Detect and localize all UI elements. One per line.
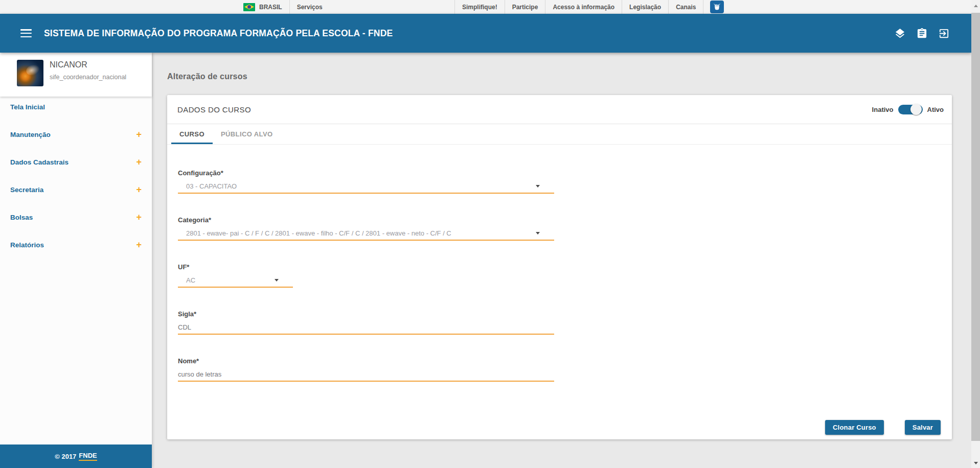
field-label: Nome*	[178, 357, 554, 365]
gov-link-label: Simplifique!	[462, 4, 497, 11]
field-label: Sigla*	[178, 310, 554, 318]
categoria-select[interactable]: 2801 - ewave- pai - C / F / C / 2801 - e…	[178, 229, 554, 241]
expand-plus-icon[interactable]: +	[136, 214, 142, 221]
field-label: Categoria*	[178, 216, 554, 224]
page-title: Alteração de cursos	[167, 72, 247, 81]
gov-bar-left-group: BRASIL Serviços	[236, 0, 330, 14]
app-title: SISTEMA DE INFORMAÇÃO DO PROGRAMA FORMAÇ…	[44, 28, 393, 39]
select-value: AC	[186, 276, 195, 284]
sigla-input[interactable]: CDL	[178, 323, 554, 335]
field-sigla: Sigla* CDL	[178, 310, 554, 335]
sidebar-item-dados-cadastrais[interactable]: Dados Cadastrais +	[0, 152, 152, 179]
field-nome: Nome* curso de letras	[178, 357, 554, 382]
gov-link-label: Serviços	[297, 4, 323, 11]
configuracao-select[interactable]: 03 - CAPACITAO	[178, 182, 554, 194]
sidebar-item-bolsas[interactable]: Bolsas +	[0, 207, 152, 235]
dropdown-arrow-icon[interactable]	[536, 232, 540, 235]
field-label: Configuração*	[178, 169, 554, 177]
gov-link-label: Acesso à informação	[553, 4, 614, 11]
divider	[703, 0, 703, 14]
gov-link-servicos[interactable]: Serviços	[290, 0, 330, 14]
gov-top-bar: BRASIL Serviços Simplifique! Participe A…	[0, 0, 971, 14]
expand-plus-icon[interactable]: +	[136, 186, 142, 193]
gov-link-legislacao[interactable]: Legislação	[622, 0, 668, 14]
toggle-active-label: Ativo	[927, 106, 944, 113]
sidebar-item-relatorios[interactable]: Relatórios +	[0, 235, 152, 262]
sidebar-item-label: Secretaria	[10, 186, 43, 194]
gov-bar-right-group: Simplifique! Participe Acesso à informaç…	[454, 0, 724, 14]
app-window: BRASIL Serviços Simplifique! Participe A…	[0, 0, 980, 468]
dropdown-arrow-icon[interactable]	[536, 185, 540, 188]
field-categoria: Categoria* 2801 - ewave- pai - C / F / C…	[178, 216, 554, 241]
expand-plus-icon[interactable]: +	[136, 131, 142, 138]
sidebar-item-label: Dados Cadastrais	[10, 158, 69, 166]
status-toggle-group: Inativo Ativo	[872, 105, 944, 114]
input-value: curso de letras	[178, 370, 221, 378]
tab-publico-alvo[interactable]: PÚBLICO ALVO	[213, 124, 281, 144]
card-tabs: CURSO PÚBLICO ALVO	[167, 124, 952, 145]
sidebar-item-label: Relatórios	[10, 241, 44, 249]
user-role: sife_coordenador_nacional	[50, 74, 126, 81]
gov-link-simplifique[interactable]: Simplifique!	[455, 0, 505, 14]
scrollbar-thumb[interactable]	[971, 13, 980, 441]
card-header: DADOS DO CURSO Inativo Ativo	[167, 95, 952, 124]
gov-link-label: Participe	[512, 4, 538, 11]
sidebar-item-tela-inicial[interactable]: Tela Inicial	[0, 97, 152, 124]
gov-link-canais[interactable]: Canais	[669, 0, 703, 14]
field-configuracao: Configuração* 03 - CAPACITAO	[178, 169, 554, 194]
gov-link-participe[interactable]: Participe	[505, 0, 545, 14]
gov-brand-label: BRASIL	[259, 4, 282, 11]
expand-plus-icon[interactable]: +	[136, 241, 142, 248]
select-value: 2801 - ewave- pai - C / F / C / 2801 - e…	[186, 229, 451, 237]
nome-input[interactable]: curso de letras	[178, 370, 554, 382]
save-button[interactable]: Salvar	[905, 420, 941, 435]
sidebar-item-manutencao[interactable]: Manutenção +	[0, 124, 152, 152]
sidebar-item-secretaria[interactable]: Secretaria +	[0, 179, 152, 207]
sidebar-item-label: Tela Inicial	[10, 103, 45, 111]
field-uf: UF* AC	[178, 263, 293, 288]
scroll-up-arrow-icon[interactable]	[974, 5, 978, 7]
vertical-scrollbar[interactable]	[971, 0, 980, 468]
expand-plus-icon[interactable]: +	[136, 158, 142, 166]
user-name: NICANOR	[50, 60, 87, 69]
brazil-flag-icon	[243, 3, 255, 11]
copyright-text: © 2017	[55, 453, 76, 460]
menu-hamburger-icon[interactable]	[20, 29, 32, 37]
field-label: UF*	[178, 263, 293, 271]
select-value: 03 - CAPACITAO	[186, 182, 237, 190]
tab-label: CURSO	[179, 130, 204, 138]
fnde-link[interactable]: FNDE	[79, 452, 97, 461]
card-actions: Clonar Curso Salvar	[825, 420, 941, 435]
gov-link-label: Legislação	[629, 4, 661, 11]
sidebar: NICANOR sife_coordenador_nacional Tela I…	[0, 53, 152, 468]
tab-label: PÚBLICO ALVO	[221, 130, 273, 138]
gov-brand-brasil[interactable]: BRASIL	[236, 0, 289, 14]
scroll-down-arrow-icon[interactable]	[974, 462, 978, 464]
header-actions	[894, 28, 950, 39]
sidebar-item-label: Manutenção	[10, 131, 51, 138]
layers-icon[interactable]	[894, 28, 906, 39]
gov-link-acesso-informacao[interactable]: Acesso à informação	[545, 0, 622, 14]
tab-curso[interactable]: CURSO	[171, 124, 213, 144]
toggle-inactive-label: Inativo	[872, 106, 894, 113]
user-avatar[interactable]	[17, 60, 43, 86]
sidebar-menu: Tela Inicial Manutenção + Dados Cadastra…	[0, 97, 152, 262]
toggle-knob[interactable]	[910, 104, 922, 115]
uf-select[interactable]: AC	[178, 276, 293, 288]
clipboard-icon[interactable]	[916, 28, 928, 39]
input-value: CDL	[178, 323, 191, 331]
app-header: SISTEMA DE INFORMAÇÃO DO PROGRAMA FORMAÇ…	[0, 14, 971, 53]
card-title: DADOS DO CURSO	[177, 105, 251, 114]
status-toggle[interactable]	[898, 105, 923, 114]
sidebar-footer: © 2017 FNDE	[0, 444, 152, 468]
gov-link-label: Canais	[676, 4, 696, 11]
vlibras-accessibility-icon[interactable]	[710, 1, 724, 13]
course-form: Configuração* 03 - CAPACITAO Categoria* …	[167, 145, 952, 382]
logout-icon[interactable]	[938, 28, 950, 39]
user-card: NICANOR sife_coordenador_nacional	[0, 53, 152, 97]
sidebar-item-label: Bolsas	[10, 214, 33, 221]
clone-course-button[interactable]: Clonar Curso	[825, 420, 884, 435]
course-data-card: DADOS DO CURSO Inativo Ativo CURSO PÚBLI…	[167, 95, 952, 439]
dropdown-arrow-icon[interactable]	[275, 279, 279, 282]
